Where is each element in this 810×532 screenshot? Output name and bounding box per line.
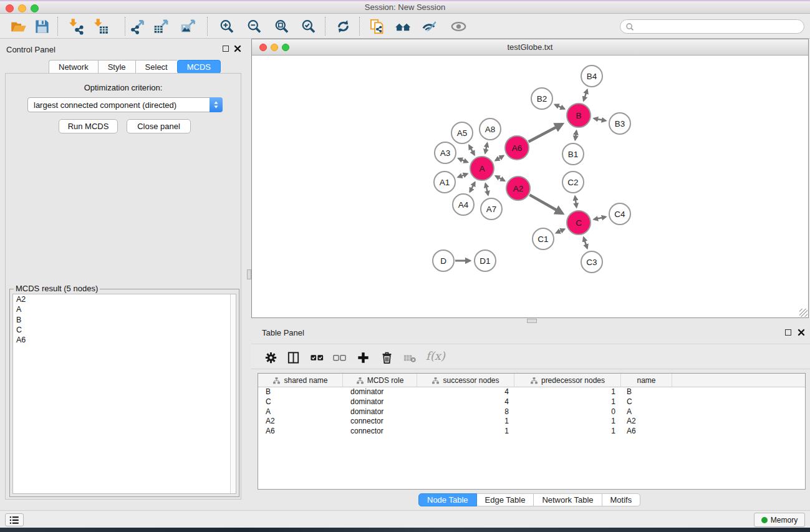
table-cell[interactable]: C xyxy=(258,397,343,407)
graph-edge-C-C3[interactable] xyxy=(584,238,587,248)
table-cell[interactable]: connector xyxy=(343,427,417,437)
table-cell[interactable]: A6 xyxy=(258,427,343,437)
result-item-a[interactable]: A xyxy=(13,304,236,314)
graph-node-A1[interactable]: A1 xyxy=(434,172,455,193)
delete-column-button[interactable] xyxy=(378,349,395,365)
graph-node-B3[interactable]: B3 xyxy=(609,113,630,134)
graph-edge-A-A2[interactable] xyxy=(496,176,504,181)
table-row[interactable]: Adominator80A xyxy=(258,407,805,417)
tab-network[interactable]: Network xyxy=(49,60,98,74)
table-cell[interactable]: dominator xyxy=(343,407,417,417)
show-hide-button[interactable] xyxy=(449,17,468,36)
graph-node-B4[interactable]: B4 xyxy=(581,65,602,87)
graph-edge-B-B2[interactable] xyxy=(555,105,564,109)
graph-edge-A-A8[interactable] xyxy=(485,143,487,153)
table-cell[interactable]: A2 xyxy=(621,417,672,427)
diffusion-button[interactable] xyxy=(420,17,438,36)
graph-edge-A-A6[interactable] xyxy=(496,156,504,161)
vertical-splitter-handle[interactable] xyxy=(247,269,251,279)
delete-table-button[interactable] xyxy=(402,349,418,365)
zoom-in-button[interactable] xyxy=(217,17,236,36)
tab-edge-table[interactable]: Edge Table xyxy=(477,493,534,506)
close-panel-button[interactable]: Close panel xyxy=(127,119,191,133)
table-cell[interactable]: A xyxy=(258,407,343,417)
memory-button[interactable]: Memory xyxy=(754,513,805,527)
close-window-button[interactable] xyxy=(6,4,14,12)
graph-node-C1[interactable]: C1 xyxy=(533,228,554,249)
table-cell[interactable]: A2 xyxy=(258,417,343,427)
graph-node-B1[interactable]: B1 xyxy=(562,143,584,165)
graph-edge-B-B4[interactable] xyxy=(584,90,587,100)
graph-node-B2[interactable]: B2 xyxy=(531,88,552,109)
graph-edge-A-A1[interactable] xyxy=(458,174,468,177)
minimize-window-button[interactable] xyxy=(18,4,26,12)
table-cell[interactable]: C xyxy=(621,397,672,407)
table-cell[interactable]: 1 xyxy=(514,427,621,437)
export-table-button[interactable] xyxy=(152,17,171,36)
tab-node-table[interactable]: Node Table xyxy=(418,493,477,506)
graph-node-C2[interactable]: C2 xyxy=(562,172,584,193)
table-cell[interactable]: 1 xyxy=(514,417,621,427)
table-cell[interactable]: 4 xyxy=(417,387,514,397)
function-builder-button[interactable]: f(x) xyxy=(426,349,445,362)
graph-edge-C-C2[interactable] xyxy=(575,196,576,207)
table-row[interactable]: A6connector11A6 xyxy=(258,427,805,437)
graph-edge-B-B3[interactable] xyxy=(594,118,606,121)
table-row[interactable]: A2connector11A2 xyxy=(258,417,805,427)
graph-edge-B-B1[interactable] xyxy=(575,131,576,140)
graph-node-A7[interactable]: A7 xyxy=(481,198,502,220)
clone-network-button[interactable] xyxy=(367,17,386,36)
export-image-button[interactable] xyxy=(179,17,198,36)
select-all-button[interactable] xyxy=(309,349,325,365)
search-field[interactable] xyxy=(620,19,804,34)
task-history-button[interactable] xyxy=(5,513,24,526)
result-item-a6[interactable]: A6 xyxy=(13,335,236,345)
tab-select[interactable]: Select xyxy=(135,60,177,74)
home-button[interactable] xyxy=(393,17,412,36)
split-view-button[interactable] xyxy=(285,349,301,365)
column-header-successor-nodes[interactable]: successor nodes xyxy=(417,374,514,387)
table-cell[interactable]: 1 xyxy=(514,387,621,397)
search-input[interactable] xyxy=(635,21,804,32)
refresh-layout-button[interactable] xyxy=(334,17,352,36)
graph-edge-C-C4[interactable] xyxy=(594,217,605,220)
column-settings-button[interactable] xyxy=(263,349,279,365)
graph-node-B[interactable]: B xyxy=(567,104,591,127)
table-cell[interactable]: A xyxy=(621,407,672,417)
close-panel-icon[interactable] xyxy=(234,45,241,52)
graph-node-A8[interactable]: A8 xyxy=(480,118,501,140)
table-cell[interactable]: 1 xyxy=(417,417,514,427)
maximize-window-button[interactable] xyxy=(31,4,39,12)
minimize-network-button[interactable] xyxy=(271,44,278,51)
close-table-panel-icon[interactable] xyxy=(798,329,805,336)
float-table-panel-icon[interactable] xyxy=(785,329,791,336)
run-mcds-button[interactable]: Run MCDS xyxy=(59,119,118,133)
import-table-button[interactable] xyxy=(90,17,109,36)
zoom-selected-button[interactable] xyxy=(299,17,317,36)
graph-node-A6[interactable]: A6 xyxy=(505,136,529,160)
table-cell[interactable]: connector xyxy=(343,417,417,427)
table-cell[interactable]: B xyxy=(621,387,672,397)
criterion-select[interactable]: largest connected component (directed) xyxy=(27,97,223,112)
column-header-shared-name[interactable]: shared name xyxy=(258,374,343,387)
network-canvas[interactable]: AA1A2A3A4A5A6A7A8BB1B2B3B4CC1C2C3C4DD1 xyxy=(252,56,808,317)
result-item-a2[interactable]: A2 xyxy=(13,294,236,304)
export-network-button[interactable] xyxy=(128,17,147,36)
open-session-button[interactable] xyxy=(9,17,27,36)
table-cell[interactable]: 0 xyxy=(514,407,621,417)
table-row[interactable]: Bdominator41B xyxy=(258,387,805,397)
table-cell[interactable]: 4 xyxy=(417,397,514,407)
graph-node-A5[interactable]: A5 xyxy=(451,122,473,143)
table-cell[interactable]: B xyxy=(258,387,343,397)
table-cell[interactable]: dominator xyxy=(343,397,417,407)
zoom-out-button[interactable] xyxy=(244,17,263,36)
column-header-name[interactable]: name xyxy=(621,374,672,387)
graph-node-C4[interactable]: C4 xyxy=(609,203,630,225)
import-network-button[interactable] xyxy=(65,17,84,36)
tab-network-table[interactable]: Network Table xyxy=(534,493,602,506)
table-cell[interactable]: A6 xyxy=(621,427,672,437)
column-header-mcds-role[interactable]: MCDS role xyxy=(343,374,417,387)
table-cell[interactable]: 1 xyxy=(514,397,621,407)
table-cell[interactable]: 1 xyxy=(417,427,514,437)
tab-mcds[interactable]: MCDS xyxy=(177,60,221,74)
